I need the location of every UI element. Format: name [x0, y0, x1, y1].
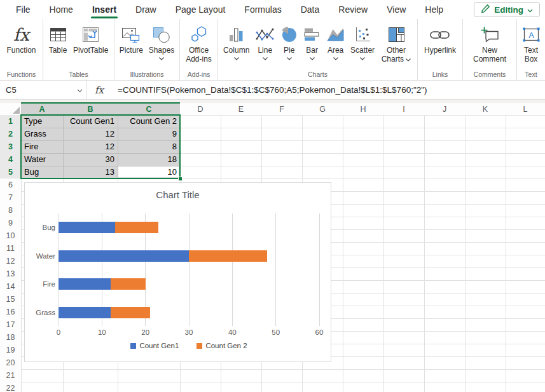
column-header-l[interactable]: L — [506, 103, 545, 115]
selected-columns-accent — [21, 102, 180, 104]
grid-line — [465, 103, 466, 392]
category-label: Fire — [26, 280, 55, 288]
bar-segment — [59, 307, 111, 318]
grid-line — [506, 103, 506, 392]
bar-segment — [115, 222, 158, 233]
row-header-11[interactable]: 11 — [0, 242, 21, 255]
row-header-22[interactable]: 22 — [0, 382, 21, 392]
x-tick-label: 60 — [310, 328, 329, 336]
legend-label: Count Gen 2 — [205, 342, 247, 349]
legend-item: Count Gen1 — [130, 342, 179, 349]
row-header-4[interactable]: 4 — [0, 153, 21, 166]
x-tick-label: 0 — [49, 328, 68, 336]
grid-line — [0, 382, 545, 382]
row-header-17[interactable]: 17 — [0, 318, 21, 331]
x-tick-label: 20 — [136, 328, 155, 336]
chart-gridline — [189, 213, 190, 326]
row-header-12[interactable]: 12 — [0, 255, 21, 267]
select-all-corner[interactable] — [0, 103, 21, 115]
grid-line — [383, 103, 384, 392]
category-label: Water — [26, 252, 55, 260]
x-tick-label: 50 — [266, 328, 286, 336]
column-header-f[interactable]: F — [261, 103, 302, 115]
row-header-8[interactable]: 8 — [0, 204, 21, 217]
chart-gridline — [319, 213, 320, 326]
legend-swatch — [197, 343, 202, 349]
grid-line — [424, 103, 425, 392]
column-header-e[interactable]: E — [221, 103, 261, 115]
row-header-7[interactable]: 7 — [0, 191, 21, 204]
legend-item: Count Gen 2 — [197, 342, 247, 349]
bar-segment — [189, 250, 267, 262]
row-header-6[interactable]: 6 — [0, 179, 21, 191]
row-header-14[interactable]: 14 — [0, 280, 21, 293]
grid-line — [0, 369, 545, 370]
x-tick-label: 30 — [179, 328, 198, 336]
row-header-15[interactable]: 15 — [0, 293, 21, 306]
row-header-19[interactable]: 19 — [0, 344, 21, 356]
row-header-9[interactable]: 9 — [0, 217, 21, 229]
selection-border — [20, 114, 181, 179]
column-header-g[interactable]: G — [302, 103, 343, 115]
row-header-3[interactable]: 3 — [0, 140, 21, 153]
excel-app: FileHomeInsertDrawPage LayoutFormulasDat… — [0, 0, 545, 392]
category-label: Bug — [26, 224, 55, 231]
chart-legend: Count Gen1Count Gen 2 — [59, 342, 319, 349]
row-header-16[interactable]: 16 — [0, 306, 21, 318]
chart-title: Chart Title — [25, 189, 331, 200]
row-header-5[interactable]: 5 — [0, 166, 21, 179]
bar-segment — [59, 222, 115, 233]
column-header-h[interactable]: H — [343, 103, 383, 115]
column-header-d[interactable]: D — [180, 103, 221, 115]
column-header-c[interactable]: C — [118, 103, 180, 115]
row-header-10[interactable]: 10 — [0, 229, 21, 242]
embedded-chart[interactable]: Chart Title 0102030405060BugWaterFireGra… — [24, 182, 331, 362]
column-header-k[interactable]: K — [465, 103, 506, 115]
chart-gridline — [275, 213, 276, 326]
legend-label: Count Gen1 — [139, 342, 179, 349]
grid-line — [343, 103, 343, 392]
row-header-20[interactable]: 20 — [0, 356, 21, 369]
select-all-triangle — [13, 107, 20, 114]
column-header-j[interactable]: J — [424, 103, 465, 115]
x-tick-label: 40 — [223, 328, 242, 336]
bar-segment — [111, 278, 146, 290]
chart-gridline — [232, 213, 233, 326]
column-header-i[interactable]: I — [383, 103, 424, 115]
row-header-13[interactable]: 13 — [0, 267, 21, 280]
row-header-1[interactable]: 1 — [0, 115, 21, 128]
legend-swatch — [130, 343, 136, 349]
column-header-b[interactable]: B — [63, 103, 118, 115]
selection-fill-handle[interactable] — [178, 177, 183, 181]
x-tick-label: 10 — [92, 328, 111, 336]
bar-segment — [59, 278, 111, 290]
bar-segment — [59, 250, 189, 262]
row-header-2[interactable]: 2 — [0, 128, 21, 140]
bar-segment — [111, 307, 150, 318]
column-header-a[interactable]: A — [21, 103, 63, 115]
category-label: Grass — [26, 309, 55, 316]
row-header-18[interactable]: 18 — [0, 331, 21, 344]
row-header-21[interactable]: 21 — [0, 369, 21, 382]
